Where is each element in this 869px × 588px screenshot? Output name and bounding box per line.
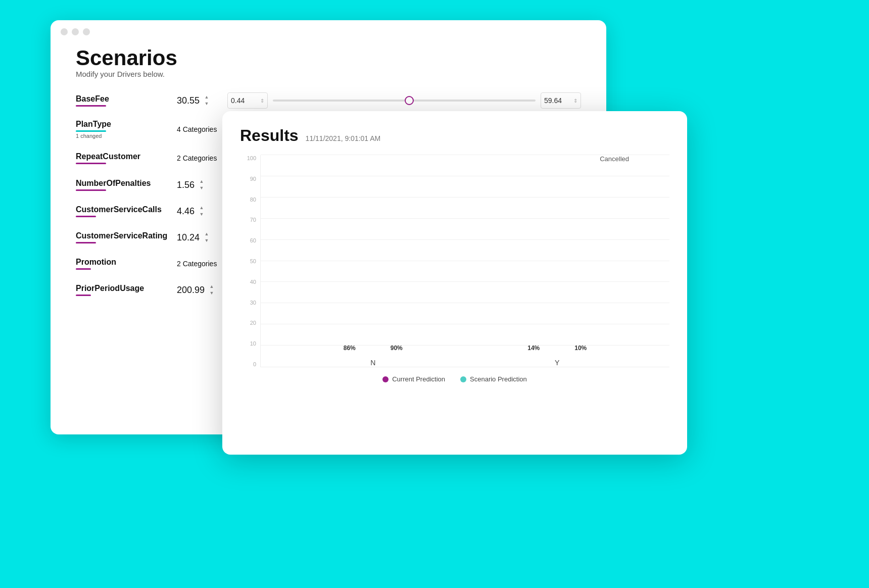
results-title: Results xyxy=(240,126,299,145)
driver-name-priorperiod: PriorPeriodUsage xyxy=(76,284,177,293)
driver-cats-repeatcustomer: 2 Categories xyxy=(177,154,217,162)
driver-value-basefee: 30.55 ▲ ▼ xyxy=(177,94,227,107)
x-label-N: N xyxy=(370,359,375,367)
slider-thumb-basefee[interactable] xyxy=(405,96,414,105)
driver-value-csrating: 10.24 ▲ ▼ xyxy=(177,231,227,244)
results-window: Results 11/11/2021, 9:01:01 AM Cancelled… xyxy=(222,111,687,455)
stepper-up-csrating[interactable]: ▲ xyxy=(203,231,211,237)
driver-underline-promotion xyxy=(76,268,91,270)
bar-N-scenario-label: 90% xyxy=(391,345,403,352)
driver-underline-priorperiod xyxy=(76,295,91,296)
stepper-down-csrating[interactable]: ▼ xyxy=(203,238,211,244)
stepper-up-priorperiod[interactable]: ▲ xyxy=(208,284,216,290)
driver-stepper-priorperiod[interactable]: ▲ ▼ xyxy=(208,284,216,297)
driver-label-csrating: CustomerServiceRating xyxy=(76,231,177,243)
driver-label-basefee: BaseFee xyxy=(76,94,177,107)
bar-Y-scenario-label: 10% xyxy=(574,345,587,352)
driver-underline-repeatcustomer xyxy=(76,163,106,164)
title-bar xyxy=(51,20,606,41)
driver-row-basefee: BaseFee 30.55 ▲ ▼ 0.44 ⇕ xyxy=(76,92,581,109)
driver-label-priorperiod: PriorPeriodUsage xyxy=(76,284,177,296)
driver-changed-plantype: 1 changed xyxy=(76,133,177,139)
y-tick-0: 0 xyxy=(253,361,256,367)
bars-group: 86% 90% N xyxy=(261,155,669,367)
driver-underline-plantype xyxy=(76,130,106,132)
driver-name-basefee: BaseFee xyxy=(76,94,177,104)
driver-control-basefee: 0.44 ⇕ 59.64 ⇕ xyxy=(227,92,581,109)
stepper-down-priorperiod[interactable]: ▼ xyxy=(208,290,216,297)
chart-area: Cancelled 100 90 80 70 60 50 40 30 20 10… xyxy=(240,155,669,398)
driver-cats-promotion: 2 Categories xyxy=(177,260,217,268)
stepper-up-cscalls[interactable]: ▲ xyxy=(198,205,206,211)
y-tick-100: 100 xyxy=(247,155,256,161)
legend-label-current: Current Prediction xyxy=(392,375,445,383)
driver-number-penalties: 1.56 xyxy=(177,180,195,190)
driver-value-penalties: 1.56 ▲ ▼ xyxy=(177,179,227,191)
driver-value-priorperiod: 200.99 ▲ ▼ xyxy=(177,284,227,297)
driver-name-promotion: Promotion xyxy=(76,258,177,267)
y-tick-80: 80 xyxy=(250,197,256,203)
bar-Y-current-label: 14% xyxy=(527,345,540,352)
driver-stepper-csrating[interactable]: ▲ ▼ xyxy=(203,231,211,244)
bar-cluster-Y: 14% 10% Y xyxy=(512,355,602,367)
driver-number-priorperiod: 200.99 xyxy=(177,285,205,296)
driver-number-cscalls: 4.46 xyxy=(177,206,195,217)
slider-min-arrows: ⇕ xyxy=(260,98,264,104)
driver-label-cscalls: CustomerServiceCalls xyxy=(76,205,177,217)
driver-value-cscalls: 4.46 ▲ ▼ xyxy=(177,205,227,218)
window-dot-3 xyxy=(83,28,90,35)
results-timestamp: 11/11/2021, 9:01:01 AM xyxy=(306,134,381,142)
legend-label-scenario: Scenario Prediction xyxy=(470,375,527,383)
legend-scenario: Scenario Prediction xyxy=(460,375,527,383)
driver-value-repeatcustomer: 2 Categories xyxy=(177,154,227,162)
driver-stepper-basefee[interactable]: ▲ ▼ xyxy=(203,94,211,107)
results-header: Results 11/11/2021, 9:01:01 AM xyxy=(240,126,669,145)
driver-underline-penalties xyxy=(76,189,106,191)
driver-name-csrating: CustomerServiceRating xyxy=(76,231,177,240)
scenarios-subtitle: Modify your Drivers below. xyxy=(76,70,581,78)
slider-max-val: 59.64 xyxy=(544,96,562,105)
y-tick-10: 10 xyxy=(250,340,256,347)
legend-dot-scenario xyxy=(460,376,466,382)
driver-cats-plantype: 4 Categories xyxy=(177,125,217,133)
stepper-down-basefee[interactable]: ▼ xyxy=(203,101,211,107)
slider-track-inner xyxy=(273,100,536,102)
slider-container-basefee: 0.44 ⇕ 59.64 ⇕ xyxy=(227,92,581,109)
y-tick-30: 30 xyxy=(250,300,256,306)
slider-min-basefee[interactable]: 0.44 ⇕ xyxy=(227,92,268,109)
window-dot-2 xyxy=(72,28,79,35)
driver-value-plantype: 4 Categories xyxy=(177,125,227,133)
scenarios-title: Scenarios xyxy=(76,46,581,70)
driver-number-basefee: 30.55 xyxy=(177,95,200,106)
y-tick-90: 90 xyxy=(250,176,256,182)
stepper-up-penalties[interactable]: ▲ xyxy=(198,179,206,185)
stepper-down-cscalls[interactable]: ▼ xyxy=(198,212,206,218)
driver-name-repeatcustomer: RepeatCustomer xyxy=(76,152,177,161)
stepper-up-basefee[interactable]: ▲ xyxy=(203,94,211,101)
driver-number-csrating: 10.24 xyxy=(177,232,200,243)
bar-cluster-N: 86% 90% N xyxy=(328,355,418,367)
chart-legend: Current Prediction Scenario Prediction xyxy=(240,375,669,383)
window-dot-1 xyxy=(61,28,68,35)
driver-stepper-cscalls[interactable]: ▲ ▼ xyxy=(198,205,206,218)
y-axis: 100 90 80 70 60 50 40 30 20 10 0 xyxy=(240,155,260,367)
driver-underline-cscalls xyxy=(76,216,96,217)
y-tick-50: 50 xyxy=(250,258,256,264)
x-label-Y: Y xyxy=(555,359,559,367)
slider-track-basefee[interactable] xyxy=(273,92,536,109)
driver-underline-basefee xyxy=(76,105,106,107)
slider-max-arrows: ⇕ xyxy=(573,98,577,104)
driver-underline-csrating xyxy=(76,242,96,243)
chart-inner: 100 90 80 70 60 50 40 30 20 10 0 xyxy=(240,155,669,367)
driver-name-penalties: NumberOfPenalties xyxy=(76,179,177,188)
slider-max-basefee[interactable]: 59.64 ⇕ xyxy=(541,92,581,109)
driver-value-promotion: 2 Categories xyxy=(177,260,227,268)
bar-N-current-label: 86% xyxy=(344,345,356,352)
driver-label-plantype: PlanType 1 changed xyxy=(76,120,177,139)
y-tick-40: 40 xyxy=(250,279,256,285)
y-tick-60: 60 xyxy=(250,237,256,243)
stepper-down-penalties[interactable]: ▼ xyxy=(198,185,206,191)
y-tick-70: 70 xyxy=(250,217,256,223)
driver-name-cscalls: CustomerServiceCalls xyxy=(76,205,177,214)
driver-stepper-penalties[interactable]: ▲ ▼ xyxy=(198,179,206,191)
